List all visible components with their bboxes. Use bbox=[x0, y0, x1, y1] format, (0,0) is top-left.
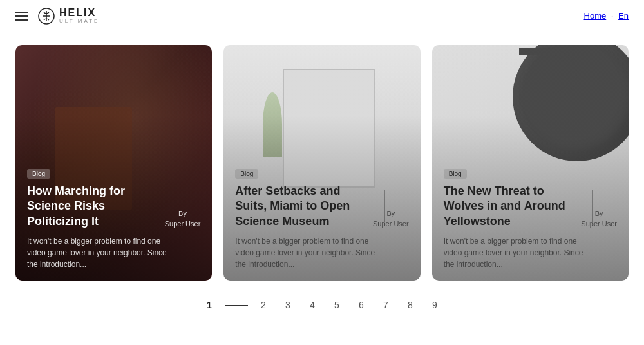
card-3-author-name: Super User bbox=[581, 220, 617, 228]
pagination: 1 2 3 4 5 6 7 8 9 bbox=[15, 296, 629, 314]
card-2[interactable]: Blog After Setbacks and Suits, Miami to … bbox=[223, 45, 420, 281]
card-1-desc: It won't be a bigger problem to find one… bbox=[27, 235, 175, 270]
page-1[interactable]: 1 bbox=[200, 296, 218, 314]
card-2-title: After Setbacks and Suits, Miami to Open … bbox=[235, 184, 364, 229]
main-content: Blog How Marching for Science Risks Poli… bbox=[0, 32, 644, 333]
page-2[interactable]: 2 bbox=[254, 296, 272, 314]
page-divider bbox=[225, 305, 248, 306]
logo-brand: HELIX bbox=[59, 7, 99, 19]
logo-text: HELIX ULTIMATE bbox=[59, 7, 99, 24]
card-3[interactable]: Blog The New Threat to Wolves in and Aro… bbox=[432, 45, 629, 281]
card-2-author-name: Super User bbox=[373, 220, 409, 228]
page-3[interactable]: 3 bbox=[279, 296, 297, 314]
page-8[interactable]: 8 bbox=[401, 296, 419, 314]
card-2-desc: It won't be a bigger problem to find one… bbox=[235, 235, 383, 270]
page-9[interactable]: 9 bbox=[426, 296, 444, 314]
cards-grid: Blog How Marching for Science Risks Poli… bbox=[15, 45, 629, 281]
nav-home-link[interactable]: Home bbox=[584, 11, 607, 21]
site-logo[interactable]: HELIX ULTIMATE bbox=[37, 7, 99, 25]
header-nav: Home · En bbox=[584, 11, 629, 21]
card-3-badge: Blog bbox=[444, 169, 467, 179]
card-2-author: By Super User bbox=[373, 209, 409, 229]
nav-lang-link[interactable]: En bbox=[618, 11, 629, 21]
card-1[interactable]: Blog How Marching for Science Risks Poli… bbox=[15, 45, 212, 281]
site-header: HELIX ULTIMATE Home · En bbox=[0, 0, 644, 32]
page-5[interactable]: 5 bbox=[328, 296, 346, 314]
nav-separator: · bbox=[611, 11, 614, 21]
logo-icon bbox=[37, 7, 55, 25]
card-3-author-prefix: By bbox=[595, 210, 603, 217]
page-7[interactable]: 7 bbox=[377, 296, 395, 314]
card-1-author-name: Super User bbox=[165, 220, 201, 228]
card-1-author: By Super User bbox=[165, 209, 201, 229]
logo-sub: ULTIMATE bbox=[59, 19, 99, 25]
hamburger-menu[interactable] bbox=[15, 12, 28, 21]
card-1-title: How Marching for Science Risks Politiciz… bbox=[27, 184, 156, 229]
card-3-desc: It won't be a bigger problem to find one… bbox=[444, 235, 592, 270]
card-3-title: The New Threat to Wolves in and Around Y… bbox=[444, 184, 573, 229]
card-3-author: By Super User bbox=[581, 209, 617, 229]
page-4[interactable]: 4 bbox=[303, 296, 321, 314]
card-1-badge: Blog bbox=[27, 169, 50, 179]
header-left: HELIX ULTIMATE bbox=[15, 7, 99, 25]
page-6[interactable]: 6 bbox=[352, 296, 370, 314]
card-2-badge: Blog bbox=[235, 169, 258, 179]
card-2-author-prefix: By bbox=[386, 210, 395, 217]
card-1-author-prefix: By bbox=[178, 210, 187, 217]
